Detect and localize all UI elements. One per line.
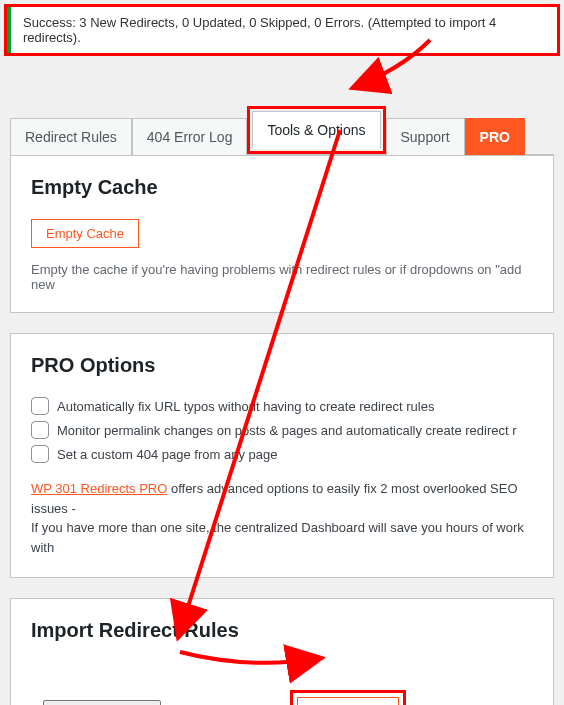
tab-tools-options[interactable]: Tools & Options xyxy=(252,111,380,149)
empty-cache-button[interactable]: Empty Cache xyxy=(31,219,139,248)
choose-file-button[interactable]: Выберите файл xyxy=(43,700,161,705)
checkbox-fix-typos[interactable] xyxy=(31,397,49,415)
pro-line2: If you have more than one site, the cent… xyxy=(31,520,524,555)
panel-pro-options: PRO Options Automatically fix URL typos … xyxy=(10,333,554,578)
checkbox-custom-404[interactable] xyxy=(31,445,49,463)
empty-cache-heading: Empty Cache xyxy=(31,176,533,199)
pro-opt-3-row: Set a custom 404 page from any page xyxy=(31,445,533,463)
pro-link[interactable]: WP 301 Redirects PRO xyxy=(31,481,167,496)
tab-tools-highlight: Tools & Options xyxy=(247,106,385,154)
checkbox-monitor-permalinks[interactable] xyxy=(31,421,49,439)
tab-redirect-rules[interactable]: Redirect Rules xyxy=(10,118,132,155)
upload-csv-button[interactable]: Upload CSV xyxy=(297,697,399,705)
pro-opt-2-label: Monitor permalink changes on posts & pag… xyxy=(57,423,517,438)
pro-opt-1-row: Automatically fix URL typos without havi… xyxy=(31,397,533,415)
empty-cache-desc: Empty the cache if you're having problem… xyxy=(31,262,533,292)
success-notice-highlight: Success: 3 New Redirects, 0 Updated, 0 S… xyxy=(4,4,560,56)
success-notice: Success: 3 New Redirects, 0 Updated, 0 S… xyxy=(7,7,557,53)
tabs-nav: Redirect Rules 404 Error Log Tools & Opt… xyxy=(10,106,554,155)
import-heading: Import Redirect Rules xyxy=(31,619,533,642)
panel-empty-cache: Empty Cache Empty Cache Empty the cache … xyxy=(10,155,554,313)
pro-opt-1-label: Automatically fix URL typos without havi… xyxy=(57,399,434,414)
upload-csv-highlight: Upload CSV xyxy=(290,690,406,705)
pro-opt-2-row: Monitor permalink changes on posts & pag… xyxy=(31,421,533,439)
tab-pro[interactable]: PRO xyxy=(465,118,525,155)
pro-options-heading: PRO Options xyxy=(31,354,533,377)
file-upload-row: Выберите файл example-import.csv Upload … xyxy=(43,690,533,705)
panel-import: Import Redirect Rules Выберите файл exam… xyxy=(10,598,554,705)
pro-text-block: WP 301 Redirects PRO offers advanced opt… xyxy=(31,479,533,557)
tab-404-error-log[interactable]: 404 Error Log xyxy=(132,118,248,155)
tab-support[interactable]: Support xyxy=(386,118,465,155)
success-text: Success: 3 New Redirects, 0 Updated, 0 S… xyxy=(23,15,496,45)
pro-opt-3-label: Set a custom 404 page from any page xyxy=(57,447,277,462)
